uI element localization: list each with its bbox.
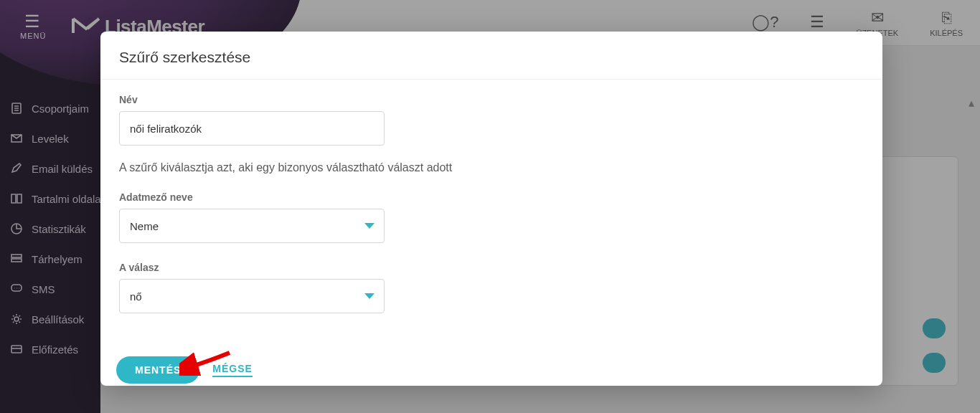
answer-label: A válasz [119, 262, 864, 273]
name-input[interactable] [119, 111, 385, 146]
answer-select[interactable]: nő [119, 279, 385, 313]
app-root: ☰ MENÜ ListaMester Csoportjaim Levelek E… [0, 0, 980, 413]
filter-description: A szűrő kiválasztja azt, aki egy bizonyo… [119, 161, 864, 174]
datafield-label: Adatmező neve [119, 191, 864, 203]
modal-footer: MENTÉS MÉGSE [100, 346, 882, 397]
save-button[interactable]: MENTÉS [116, 356, 199, 384]
filter-edit-modal: Szűrő szerkesztése Név A szűrő kiválaszt… [100, 32, 882, 386]
modal-title: Szűrő szerkesztése [100, 32, 882, 80]
datafield-select[interactable]: Neme [119, 209, 385, 243]
cancel-button[interactable]: MÉGSE [212, 363, 253, 377]
name-field-label: Név [119, 94, 864, 105]
modal-body: Név A szűrő kiválasztja azt, aki egy biz… [100, 80, 882, 346]
